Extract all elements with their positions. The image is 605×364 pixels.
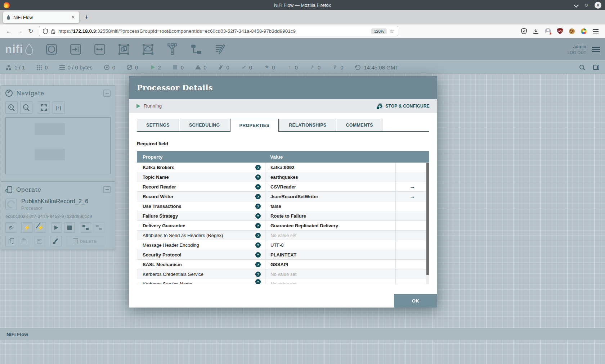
delete-button[interactable]: DELETE	[67, 236, 104, 246]
new-tab-button[interactable]: +	[81, 12, 91, 22]
close-button[interactable]: ×	[595, 2, 601, 9]
table-scrollbar[interactable]	[426, 163, 429, 284]
back-button[interactable]: ←	[4, 26, 14, 36]
ublock-origin-icon[interactable]: uO	[557, 28, 563, 34]
template-icon[interactable]	[189, 42, 203, 56]
shield-check-icon[interactable]	[521, 28, 527, 34]
property-value: kafka:9092	[270, 165, 295, 170]
process-group-icon[interactable]	[117, 42, 131, 56]
navigate-title: Navigate	[16, 90, 44, 97]
disable-button[interactable]: ⚡	[35, 222, 46, 233]
breadcrumb[interactable]: NiFi Flow	[0, 328, 605, 340]
enable-button[interactable]: ⚡	[21, 222, 32, 233]
status-queued: 0 / 0 bytes	[59, 64, 93, 70]
search-icon[interactable]	[579, 64, 585, 70]
zoom-in-button[interactable]: +	[5, 101, 18, 114]
go-to-service-icon[interactable]: →	[410, 193, 416, 200]
help-icon[interactable]: ?	[255, 262, 261, 267]
stop-button[interactable]	[64, 222, 75, 233]
help-icon[interactable]: ?	[255, 194, 261, 199]
start-button[interactable]	[51, 222, 62, 233]
zoom-fit-button[interactable]	[38, 101, 50, 114]
collapse-navigate-button[interactable]	[103, 90, 111, 97]
help-icon[interactable]: ?	[255, 252, 261, 258]
last-refresh: 14:45:08 GMT	[355, 64, 399, 70]
tab-relationships[interactable]: RELATIONSHIPS	[279, 119, 336, 131]
tab-comments[interactable]: COMMENTS	[337, 119, 382, 131]
required-field-note: Required field	[137, 141, 429, 146]
navigate-panel: Navigate + − |:|	[1, 85, 115, 182]
upload-template-button[interactable]	[93, 222, 104, 233]
tab-settings[interactable]: SETTINGS	[137, 119, 179, 131]
cookie-icon[interactable]	[569, 28, 575, 34]
scrollbar-thumb[interactable]	[426, 163, 429, 275]
nifi-status-bar: 1 / 1 0 0 / 0 bytes 0 0	[0, 60, 605, 74]
nifi-logo: nifi	[5, 43, 34, 56]
bookmark-star-icon[interactable]: ☆	[390, 28, 394, 35]
funnel-icon[interactable]	[165, 42, 179, 56]
pinwheel-extension-icon[interactable]	[581, 28, 587, 34]
zoom-level-badge[interactable]: 120%	[371, 28, 386, 34]
help-icon[interactable]: ?	[255, 213, 261, 219]
collapse-operate-button[interactable]	[103, 186, 111, 193]
status-icon-not-transmitting	[126, 64, 133, 70]
minimize-button[interactable]	[574, 3, 578, 7]
maximize-button[interactable]: ◇	[585, 3, 588, 8]
properties-table: Property Value Kafka Brokers ? kafka:909…	[137, 151, 429, 284]
help-icon[interactable]: ?	[255, 279, 261, 284]
help-icon[interactable]: ?	[255, 272, 261, 277]
tab-close-icon[interactable]: ×	[71, 14, 76, 20]
status-icon-stale	[286, 64, 292, 70]
ok-button[interactable]: OK	[394, 294, 437, 308]
help-icon[interactable]: ?	[255, 204, 261, 209]
last-refresh-time: 14:45:08 GMT	[364, 64, 399, 70]
help-icon[interactable]: ?	[255, 242, 261, 248]
table-row: Failure Strategy ? Route to Failure →	[137, 211, 429, 221]
paste-button[interactable]	[18, 236, 29, 246]
zoom-out-button[interactable]: −	[20, 101, 32, 114]
label-icon[interactable]	[214, 42, 227, 56]
help-icon[interactable]: ?	[255, 233, 261, 238]
status-stopped: 0	[172, 64, 184, 70]
status-active-threads: 0	[36, 64, 48, 70]
birdseye-minimap[interactable]	[5, 117, 111, 174]
processor-icon[interactable]	[45, 42, 58, 56]
lock-warning-icon[interactable]	[51, 28, 55, 34]
download-icon[interactable]	[533, 28, 539, 34]
copy-button[interactable]	[5, 236, 16, 246]
configure-button[interactable]: ⚙	[5, 222, 16, 233]
property-name: Attributes to Send as Headers (Regex)	[143, 233, 255, 238]
tab-properties[interactable]: PROPERTIES	[230, 119, 279, 132]
app-menu-icon[interactable]	[593, 29, 599, 33]
change-color-button[interactable]	[50, 236, 62, 246]
window-title: NiFi Flow — Mozilla Firefox	[0, 3, 605, 8]
output-port-icon[interactable]	[93, 42, 107, 56]
forward-button[interactable]: →	[14, 26, 25, 36]
help-icon[interactable]: ?	[255, 184, 261, 190]
input-port-icon[interactable]	[69, 42, 82, 56]
url-bar[interactable]: https://172.18.0.3:32558/nifi/?processGr…	[39, 26, 398, 36]
go-to-service-icon[interactable]: →	[410, 183, 416, 190]
property-value: No value set	[270, 279, 296, 284]
profile-blocked-icon[interactable]	[545, 28, 551, 34]
save-template-button[interactable]	[80, 222, 91, 233]
zoom-actual-button[interactable]: |:|	[53, 101, 65, 114]
property-value: PLAINTEXT	[270, 252, 296, 258]
tab-title: NiFi Flow	[13, 15, 68, 20]
browser-tab[interactable]: NiFi Flow ×	[3, 12, 79, 23]
group-button[interactable]	[34, 236, 45, 246]
help-icon[interactable]: ?	[255, 223, 261, 228]
panel-toggle-icon[interactable]	[593, 65, 599, 70]
tab-scheduling[interactable]: SCHEDULING	[180, 119, 229, 131]
url-text: https://172.18.0.3:32558/nifi/?processGr…	[58, 28, 368, 34]
tracking-shield-icon[interactable]	[43, 28, 48, 34]
reload-button[interactable]: ↻	[25, 26, 36, 36]
property-name: Use Transactions	[143, 204, 255, 209]
global-menu-icon[interactable]	[592, 47, 600, 52]
help-icon[interactable]: ?	[255, 174, 261, 180]
stop-and-configure-button[interactable]: ⚙ STOP & CONFIGURE	[377, 103, 430, 109]
logout-link[interactable]: LOG OUT	[568, 50, 586, 55]
remote-process-group-icon[interactable]	[141, 42, 155, 56]
refresh-icon[interactable]	[355, 64, 361, 70]
help-icon[interactable]: ?	[255, 165, 261, 170]
